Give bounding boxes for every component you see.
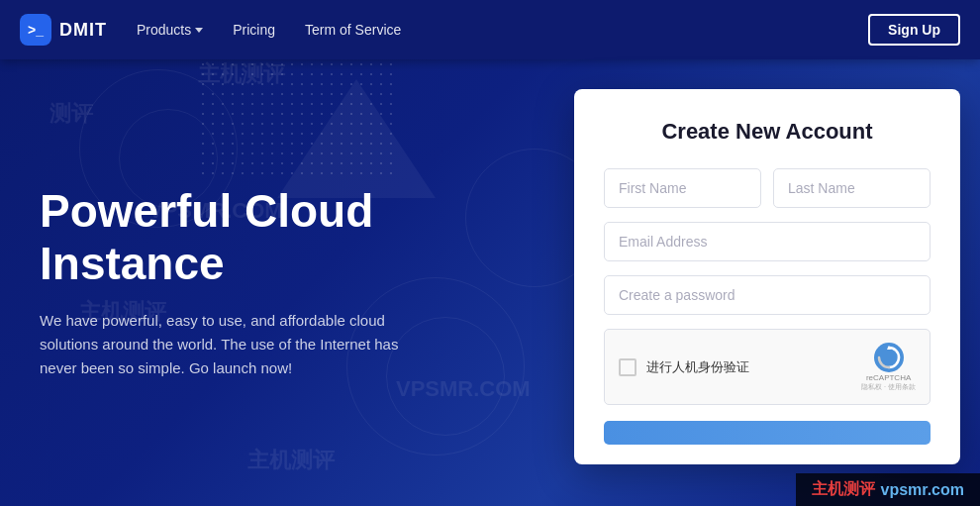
recaptcha-logo-icon <box>873 342 905 373</box>
name-row <box>604 168 931 208</box>
email-group <box>604 222 931 261</box>
recaptcha-text: reCAPTCHA <box>866 373 911 382</box>
recaptcha-subtext: 隐私权 · 使用条款 <box>861 382 916 392</box>
nav-links: Products Pricing Term of Service <box>137 22 868 38</box>
password-group <box>604 275 931 315</box>
first-name-field[interactable] <box>604 168 761 208</box>
bottom-watermark-bar: 主机测评 vpsmr.com <box>796 473 980 506</box>
nav-pricing-label: Pricing <box>233 22 275 38</box>
form-title: Create New Account <box>604 119 931 145</box>
registration-form: Create New Account 进行人机身份验证 reCAPTCHA 隐私… <box>574 89 960 464</box>
signup-button[interactable]: Sign Up <box>868 14 960 46</box>
hero-content: Powerful Cloud Instance We have powerful… <box>0 59 554 506</box>
captcha-checkbox[interactable] <box>619 358 637 376</box>
logo-icon: >_ <box>20 14 51 46</box>
nav-products[interactable]: Products <box>137 22 203 38</box>
bottom-watermark-url: vpsmr.com <box>881 481 964 499</box>
nav-tos[interactable]: Term of Service <box>305 22 401 38</box>
hero-description: We have powerful, easy to use, and affor… <box>40 309 416 380</box>
logo-text: DMIT <box>59 20 107 41</box>
captcha-label: 进行人机身份验证 <box>646 358 749 376</box>
captcha-left: 进行人机身份验证 <box>619 358 749 376</box>
logo-area[interactable]: >_ DMIT <box>20 14 107 46</box>
captcha-right: reCAPTCHA 隐私权 · 使用条款 <box>861 342 916 392</box>
nav-pricing[interactable]: Pricing <box>233 22 275 38</box>
captcha-box: 进行人机身份验证 reCAPTCHA 隐私权 · 使用条款 <box>604 329 931 405</box>
nav-tos-label: Term of Service <box>305 22 401 38</box>
last-name-field[interactable] <box>773 168 931 208</box>
bottom-watermark-zh: 主机测评 <box>812 479 875 500</box>
password-field[interactable] <box>604 275 931 315</box>
logo-symbol: >_ <box>28 22 44 38</box>
navbar: >_ DMIT Products Pricing Term of Service… <box>0 0 980 59</box>
submit-button[interactable] <box>604 421 931 445</box>
email-field[interactable] <box>604 222 931 261</box>
hero-title: Powerful Cloud Instance <box>40 185 515 290</box>
nav-products-label: Products <box>137 22 191 38</box>
chevron-down-icon <box>195 28 203 33</box>
